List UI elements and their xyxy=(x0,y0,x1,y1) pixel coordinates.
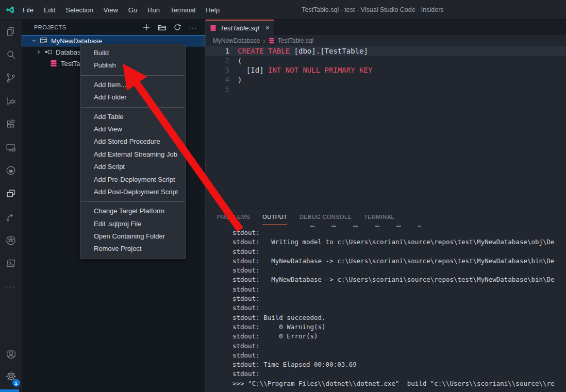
tab-problems[interactable]: PROBLEMS xyxy=(217,209,250,225)
open-folder-button[interactable] xyxy=(157,22,167,32)
output-line: stdout: Writing model to c:\Users\scoria… xyxy=(232,237,566,247)
code-editor[interactable]: 1 CREATE TABLE [dbo].[TestTable] 2 ( 3 [… xyxy=(206,46,566,209)
output-line: stdout: xyxy=(232,247,566,257)
chevron-right-icon[interactable] xyxy=(35,48,42,56)
output-line: stdout: xyxy=(232,342,566,351)
menu-separator xyxy=(81,201,185,202)
output-line: stdout: xyxy=(232,266,566,275)
menu-item-add-pre-deployment-script[interactable]: Add Pre-Deployment Script xyxy=(80,174,185,186)
database-project-icon xyxy=(40,37,48,45)
github-icon[interactable] xyxy=(0,159,22,182)
menu-help[interactable]: Help xyxy=(201,6,225,14)
code-line: 4 ) xyxy=(206,75,566,85)
tab-output[interactable]: OUTPUT xyxy=(262,209,287,225)
editor-group: TestTable.sql × MyNewDatabase › TestTabl… xyxy=(205,20,566,392)
output-line: stdout: xyxy=(232,294,566,303)
breadcrumb-item-project[interactable]: MyNewDatabase xyxy=(213,37,260,44)
project-context-menu: Build Publish Add Item... Add Folder Add… xyxy=(80,44,186,259)
menu-item-add-post-deployment-script[interactable]: Add Post-Deployment Script xyxy=(80,186,185,198)
output-line: >>> "C:\\Program Files\\dotnet\\dotnet.e… xyxy=(232,379,566,388)
output-line: stdout: xyxy=(232,285,566,294)
output-line: stdout: MyNewDatabase -> c:\Users\scoria… xyxy=(232,275,566,284)
chevron-right-icon: › xyxy=(263,37,265,45)
menu-item-add-external-streaming-job[interactable]: Add External Streaming Job xyxy=(80,148,185,161)
menu-item-add-table[interactable]: Add Table xyxy=(80,111,185,123)
remote-explorer-icon[interactable] xyxy=(0,135,22,159)
indent-guide xyxy=(244,65,244,75)
account-icon[interactable] xyxy=(0,343,22,366)
panel-tabs: PROBLEMS OUTPUT DEBUG CONSOLE TERMINAL xyxy=(217,209,394,225)
menu-item-add-stored-procedure[interactable]: Add Stored Procedure xyxy=(80,135,185,148)
live-share-icon[interactable] xyxy=(0,205,22,228)
menu-item-change-target-platform[interactable]: Change Target Platform xyxy=(80,205,185,217)
breadcrumb: MyNewDatabase › TestTable.sql xyxy=(206,35,566,46)
database-reference-icon xyxy=(44,48,53,56)
menu-terminal[interactable]: Terminal xyxy=(165,6,201,14)
vscode-insiders-logo xyxy=(6,5,15,14)
sidebar-title: PROJECTS xyxy=(34,24,66,30)
output-line: stdout: xyxy=(232,228,566,237)
close-icon[interactable]: × xyxy=(265,24,270,31)
status-bar-sliver xyxy=(0,389,19,392)
tab-strip: TestTable.sql × xyxy=(206,20,566,35)
refresh-button[interactable] xyxy=(172,22,182,32)
more-actions-button[interactable]: ··· xyxy=(188,22,198,32)
menu-run[interactable]: Run xyxy=(142,6,165,14)
menu-item-publish[interactable]: Publish xyxy=(80,59,185,72)
menu-item-add-folder[interactable]: Add Folder xyxy=(80,91,185,104)
menu-item-add-script[interactable]: Add Script xyxy=(80,161,185,173)
menu-bar: File Edit Selection View Go Run Terminal… xyxy=(18,0,225,20)
kubernetes-icon[interactable] xyxy=(0,228,22,251)
bottom-panel: PROBLEMS OUTPUT DEBUG CONSOLE TERMINAL s… xyxy=(206,209,566,392)
activity-bar-bottom: 1 xyxy=(0,343,22,389)
database-file-icon xyxy=(49,59,58,67)
title-bar: File Edit Selection View Go Run Terminal… xyxy=(0,0,566,20)
sidebar-actions: ··· xyxy=(141,22,198,33)
powershell-icon[interactable] xyxy=(0,251,22,275)
output-line: stdout: xyxy=(232,369,566,379)
menu-view[interactable]: View xyxy=(98,6,123,14)
menu-item-open-containing-folder[interactable]: Open Containing Folder xyxy=(80,230,185,243)
menu-item-build[interactable]: Build xyxy=(80,47,185,59)
vscode-window: File Edit Selection View Go Run Terminal… xyxy=(0,0,566,392)
chevron-down-icon[interactable] xyxy=(30,37,38,44)
run-debug-icon[interactable] xyxy=(0,89,22,112)
menu-selection[interactable]: Selection xyxy=(60,6,98,14)
menu-item-remove-project[interactable]: Remove Project xyxy=(80,243,185,255)
menu-separator xyxy=(81,107,185,108)
database-file-icon xyxy=(210,25,217,31)
output-line: stdout: Time Elapsed 00:00:03.69 xyxy=(232,360,566,369)
output-line: stdout: MyNewDatabase -> c:\Users\scoria… xyxy=(232,257,566,266)
database-file-icon xyxy=(269,38,275,44)
menu-edit[interactable]: Edit xyxy=(39,6,60,14)
tab-label: TestTable.sql xyxy=(220,24,259,32)
output-line: stdout: 0 Warning(s) xyxy=(232,322,566,332)
explorer-icon[interactable] xyxy=(0,20,22,43)
output-line: stdout: xyxy=(232,303,566,313)
menu-item-add-item[interactable]: Add Item... xyxy=(80,79,185,91)
add-project-button[interactable] xyxy=(141,22,152,32)
menu-go[interactable]: Go xyxy=(123,6,142,14)
tab-testtable-sql[interactable]: TestTable.sql × xyxy=(206,20,274,35)
database-projects-icon[interactable] xyxy=(0,182,22,205)
tab-debug-console[interactable]: DEBUG CONSOLE xyxy=(299,209,352,225)
output-log[interactable]: stdout: stdout: Writing model to c:\User… xyxy=(206,225,566,392)
breadcrumb-item-file[interactable]: TestTable.sql xyxy=(278,37,313,44)
code-line: 5 xyxy=(206,84,566,94)
menu-item-edit-sqlproj-file[interactable]: Edit .sqlproj File xyxy=(80,218,185,230)
source-control-icon[interactable] xyxy=(0,66,22,89)
clipped-line xyxy=(232,225,566,228)
menu-file[interactable]: File xyxy=(18,6,39,14)
code-line: 3 [Id] INT NOT NULL PRIMARY KEY xyxy=(206,65,566,75)
output-line: stdout: 0 Error(s) xyxy=(232,332,566,341)
menu-item-add-view[interactable]: Add View xyxy=(80,123,185,135)
settings-gear-icon[interactable]: 1 xyxy=(0,366,22,389)
menu-separator xyxy=(81,75,185,76)
code-line: 1 CREATE TABLE [dbo].[TestTable] xyxy=(206,46,566,56)
tab-terminal[interactable]: TERMINAL xyxy=(364,209,394,225)
window-title: TestTable.sql - test - Visual Studio Cod… xyxy=(302,0,444,20)
more-views-icon[interactable]: ··· xyxy=(0,275,22,298)
search-icon[interactable] xyxy=(0,43,22,66)
extensions-icon[interactable] xyxy=(0,112,22,135)
settings-badge: 1 xyxy=(12,379,20,387)
